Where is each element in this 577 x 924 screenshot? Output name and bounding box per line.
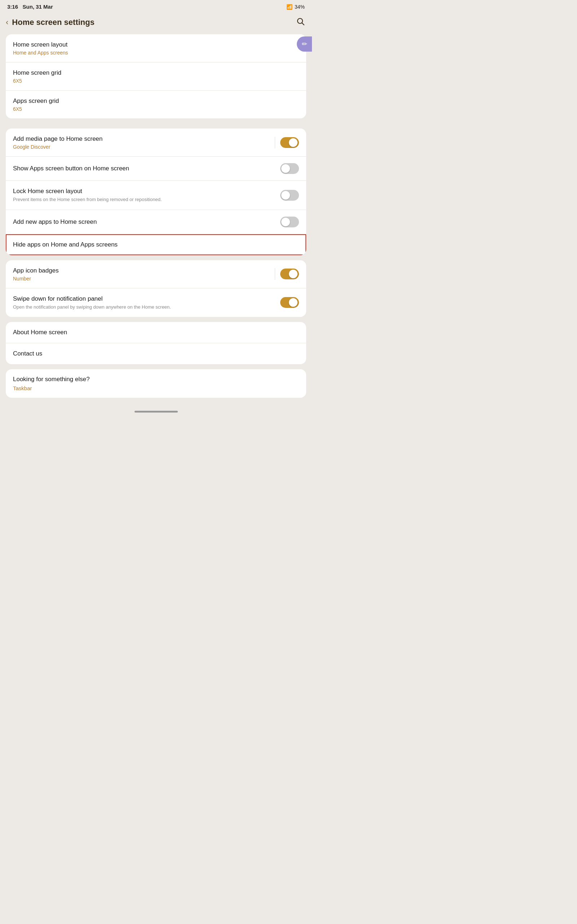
home-screen-grid-row[interactable]: Home screen grid 6X5 [6, 63, 306, 90]
add-new-apps-title: Add new apps to Home screen [13, 218, 277, 226]
toggle-divider [275, 137, 275, 149]
home-bar [134, 411, 178, 412]
battery-text: 34% [295, 4, 305, 10]
show-apps-button-title: Show Apps screen button on Home screen [13, 165, 277, 173]
taskbar-link[interactable]: Taskbar [13, 385, 299, 391]
home-screen-layout-text: Home screen layout Home and Apps screens [13, 41, 299, 56]
wifi-icon: 📶 [286, 4, 292, 10]
show-apps-button-row[interactable]: Show Apps screen button on Home screen [6, 157, 306, 181]
status-right: 📶 34% [286, 4, 305, 10]
lock-home-layout-title: Lock Home screen layout [13, 187, 277, 195]
app-icon-badges-title: App icon badges [13, 267, 271, 275]
home-screen-layout-title: Home screen layout [13, 41, 295, 49]
add-media-page-row[interactable]: Add media page to Home screen Google Dis… [6, 129, 306, 157]
lock-home-layout-row[interactable]: Lock Home screen layout Prevent items on… [6, 181, 306, 210]
back-button[interactable]: ‹ [6, 18, 8, 27]
add-media-page-subtitle: Google Discover [13, 144, 271, 150]
looking-content: Looking for something else? Taskbar [6, 369, 306, 398]
about-home-title: About Home screen [13, 328, 295, 336]
layout-section: Home screen layout Home and Apps screens… [6, 34, 306, 118]
contact-us-row[interactable]: Contact us [6, 343, 306, 364]
header: ‹ Home screen settings [0, 12, 312, 33]
add-new-apps-toggle[interactable] [280, 216, 299, 228]
app-icon-badges-toggle[interactable] [280, 268, 299, 279]
status-date: Sun, 31 Mar [23, 3, 53, 10]
svg-line-1 [302, 23, 305, 25]
badges-section: App icon badges Number Swipe down for no… [6, 260, 306, 317]
looking-title: Looking for something else? [13, 376, 299, 383]
hide-apps-text: Hide apps on Home and Apps screens [13, 241, 299, 249]
lock-home-layout-text: Lock Home screen layout Prevent items on… [13, 187, 280, 203]
swipe-notification-text: Swipe down for notification panel Open t… [13, 295, 280, 310]
status-bar: 3:16 Sun, 31 Mar 📶 34% [0, 0, 312, 12]
add-media-page-title: Add media page to Home screen [13, 135, 271, 143]
app-icon-badges-subtitle: Number [13, 276, 271, 281]
contact-us-title: Contact us [13, 350, 295, 358]
apps-screen-grid-row[interactable]: Apps screen grid 6X5 [6, 90, 306, 118]
about-home-row[interactable]: About Home screen [6, 322, 306, 343]
page-title: Home screen settings [12, 18, 95, 27]
lock-home-layout-toggle[interactable] [280, 190, 299, 201]
floating-edit-button[interactable]: ✏ [297, 36, 312, 52]
show-apps-button-toggle[interactable] [280, 163, 299, 174]
toggle-divider-2 [275, 268, 275, 280]
home-screen-grid-title: Home screen grid [13, 69, 295, 77]
swipe-notification-desc: Open the notification panel by swiping d… [13, 304, 277, 310]
status-time: 3:16 [7, 3, 18, 10]
about-home-text: About Home screen [13, 328, 299, 336]
app-icon-badges-row[interactable]: App icon badges Number [6, 260, 306, 288]
apps-screen-grid-subtitle: 6X5 [13, 106, 295, 112]
apps-screen-grid-title: Apps screen grid [13, 97, 295, 105]
looking-section: Looking for something else? Taskbar [6, 369, 306, 398]
contact-us-text: Contact us [13, 350, 299, 358]
app-icon-badges-text: App icon badges Number [13, 267, 275, 281]
hide-apps-title: Hide apps on Home and Apps screens [13, 241, 295, 249]
home-screen-layout-row[interactable]: Home screen layout Home and Apps screens [6, 34, 306, 63]
swipe-notification-row[interactable]: Swipe down for notification panel Open t… [6, 288, 306, 317]
features-section: Add media page to Home screen Google Dis… [6, 129, 306, 255]
home-screen-layout-subtitle: Home and Apps screens [13, 50, 295, 56]
about-section: About Home screen Contact us [6, 322, 306, 364]
settings-content: Home screen layout Home and Apps screens… [0, 33, 312, 405]
lock-home-layout-desc: Prevent items on the Home screen from be… [13, 196, 277, 203]
search-button[interactable] [296, 17, 305, 28]
home-indicator [0, 405, 312, 415]
header-left: ‹ Home screen settings [6, 18, 95, 27]
home-screen-grid-text: Home screen grid 6X5 [13, 69, 299, 84]
add-new-apps-text: Add new apps to Home screen [13, 218, 280, 226]
show-apps-button-text: Show Apps screen button on Home screen [13, 165, 280, 173]
add-media-page-toggle[interactable] [280, 137, 299, 148]
pencil-icon: ✏ [302, 40, 307, 48]
status-time-date: 3:16 Sun, 31 Mar [7, 3, 53, 10]
home-screen-grid-subtitle: 6X5 [13, 78, 295, 84]
swipe-notification-title: Swipe down for notification panel [13, 295, 277, 303]
add-media-page-text: Add media page to Home screen Google Dis… [13, 135, 275, 150]
swipe-notification-toggle[interactable] [280, 297, 299, 308]
apps-screen-grid-text: Apps screen grid 6X5 [13, 97, 299, 112]
hide-apps-row[interactable]: Hide apps on Home and Apps screens [6, 234, 306, 255]
add-new-apps-row[interactable]: Add new apps to Home screen [6, 210, 306, 234]
